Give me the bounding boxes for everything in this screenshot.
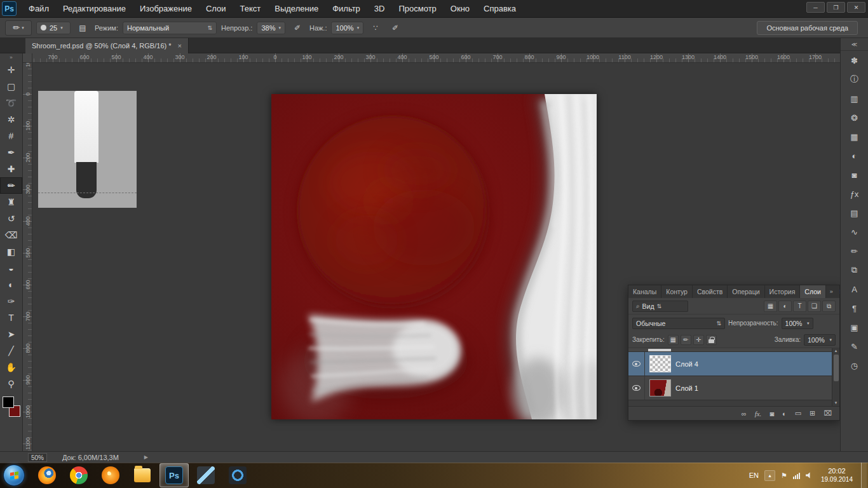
airbrush-button[interactable]: ∵ (368, 21, 383, 35)
eraser-tool[interactable]: ⌫ (0, 227, 22, 243)
history-brush-tool[interactable]: ↺ (0, 210, 22, 227)
delete-layer-icon[interactable]: ⌧ (824, 409, 832, 417)
foreground-color-swatch[interactable] (3, 396, 14, 408)
scroll-down-icon[interactable]: ▼ (834, 400, 838, 406)
layer-effects-icon[interactable]: fx. (755, 410, 762, 417)
quick-selection-tool[interactable]: ✲ (0, 111, 22, 128)
swatches-panel-icon[interactable]: ▦ (841, 127, 868, 146)
menu-item[interactable]: Текст (233, 0, 268, 17)
vertical-ruler[interactable] (23, 63, 32, 451)
show-desktop-button[interactable] (861, 463, 867, 488)
document-tab[interactable]: Shroom_red.psd @ 50% (Слой 4, RGB/16) * … (25, 38, 189, 53)
hand-tool[interactable]: ✋ (0, 359, 22, 376)
filter-adjustment-icon[interactable]: ◐ (778, 301, 792, 312)
layer-list-scrollbar[interactable]: ▲ ▼ (832, 348, 839, 406)
menu-item[interactable]: Просмотр (391, 0, 443, 17)
move-tool[interactable]: ✛ (0, 62, 22, 78)
layer-fill-select[interactable]: 100% ▾ (804, 334, 836, 346)
blend-mode-select[interactable]: Нормальный ⇅ (123, 22, 217, 34)
hidden-icons-button[interactable]: ▴ (764, 470, 775, 481)
action-center-icon[interactable]: ⚑ (781, 471, 787, 480)
flow-select[interactable]: 100% ▾ (331, 22, 363, 34)
notes-panel-icon[interactable]: ✎ (841, 337, 868, 356)
paragraph-panel-icon[interactable]: ¶ (841, 299, 868, 318)
toggle-brush-panel-button[interactable]: ▤ (75, 21, 90, 35)
restore-button[interactable]: ❐ (827, 2, 845, 13)
menu-item[interactable]: Справка (477, 0, 523, 17)
taskbar-clock[interactable]: 20:02 19.09.2014 (821, 467, 853, 484)
tab-channels[interactable]: Каналы (628, 285, 661, 298)
layer-opacity-select[interactable]: 100% ▾ (782, 318, 813, 329)
brush-panel-icon[interactable]: ✏ (841, 241, 868, 261)
timeline-panel-icon[interactable]: ◷ (841, 356, 868, 375)
close-tab-icon[interactable]: × (178, 42, 182, 50)
document-canvas[interactable] (271, 94, 597, 419)
network-icon[interactable] (793, 472, 800, 479)
new-group-icon[interactable]: ▭ (795, 409, 801, 417)
paths-panel-icon[interactable]: ∿ (841, 222, 868, 241)
volume-icon[interactable] (806, 472, 813, 478)
layer-visibility-toggle[interactable] (628, 376, 645, 400)
menu-item[interactable]: 3D (367, 0, 392, 17)
tab-history[interactable]: История (765, 285, 801, 298)
taskbar-explorer-icon[interactable] (128, 463, 157, 487)
menu-item[interactable]: Изображение (133, 0, 199, 17)
scrollbar-thumb[interactable] (834, 355, 839, 381)
new-adjustment-icon[interactable]: ◐ (782, 410, 787, 417)
clone-stamp-tool[interactable]: ♜ (0, 194, 22, 210)
styles-panel-icon[interactable]: ƒx (841, 184, 868, 203)
add-mask-icon[interactable]: ◙ (770, 410, 774, 417)
brush-size-picker[interactable]: 25 ▾ (36, 22, 71, 34)
filter-smart-object-icon[interactable]: ⧉ (822, 301, 836, 312)
path-selection-tool[interactable]: ➤ (0, 326, 22, 342)
blur-tool[interactable]: ◒ (0, 260, 22, 276)
color-panel-icon[interactable]: ✽ (841, 51, 868, 70)
tab-properties[interactable]: Свойств (693, 285, 728, 298)
taskbar-app-icon-2[interactable] (223, 463, 252, 487)
filter-pixel-icon[interactable]: ▦ (764, 301, 777, 312)
adjustments-panel-icon[interactable]: ◐ (841, 146, 868, 165)
menu-item[interactable]: Окно (444, 0, 477, 17)
lock-transparency-icon[interactable]: ▦ (668, 335, 679, 345)
horizontal-ruler[interactable] (23, 53, 840, 63)
healing-brush-tool[interactable]: ✚ (0, 161, 22, 177)
pressure-opacity-button[interactable]: ✐ (290, 21, 305, 35)
taskbar-app-icon-1[interactable] (191, 463, 220, 487)
pressure-size-button[interactable]: ✐ (388, 21, 403, 35)
brush-tool[interactable]: ✏ (0, 177, 22, 194)
lock-paint-icon[interactable]: ✏ (681, 335, 691, 345)
collapse-toolbar-icon[interactable]: » (10, 53, 12, 62)
lock-all-icon[interactable] (706, 335, 717, 345)
menu-item[interactable]: Фильтр (325, 0, 367, 17)
info-panel-icon[interactable]: ⓘ (841, 70, 868, 89)
layer-row-1[interactable]: Слой 1 (628, 376, 839, 400)
clone-source-panel-icon[interactable]: ⧉ (841, 261, 868, 280)
taskbar-browser-icon[interactable] (96, 463, 125, 487)
expand-dock-icon[interactable]: ≪ (841, 38, 868, 51)
lock-position-icon[interactable]: ✛ (693, 335, 704, 345)
channels-panel-icon[interactable]: ▤ (841, 203, 868, 222)
menu-item[interactable]: Редактирование (56, 0, 133, 17)
layer-row-4[interactable]: Слой 4 (628, 352, 839, 376)
taskbar-firefox-icon[interactable] (32, 463, 62, 487)
taskbar-photoshop-icon[interactable]: Ps (159, 463, 189, 487)
filter-shape-icon[interactable]: ❏ (808, 301, 821, 312)
opacity-select[interactable]: 38% ▾ (257, 22, 285, 34)
type-tool[interactable]: T (0, 309, 22, 326)
line-tool[interactable]: ╱ (0, 342, 22, 359)
tool-preset-picker[interactable]: ✏ ▾ (5, 20, 32, 36)
scroll-up-icon[interactable]: ▲ (834, 348, 838, 354)
crop-tool[interactable]: # (0, 128, 22, 144)
menu-item[interactable]: Выделение (268, 0, 325, 17)
navigator-panel-icon[interactable]: ❂ (841, 108, 868, 127)
menu-item[interactable]: Файл (22, 0, 56, 17)
link-layers-icon[interactable]: ∞ (742, 410, 747, 417)
tab-layers[interactable]: Слои (800, 285, 826, 298)
tab-overflow-icon[interactable]: » (827, 285, 836, 298)
layer-thumbnail[interactable] (649, 355, 671, 372)
layer-blend-mode-select[interactable]: Обычные ⇅ (632, 318, 725, 329)
pen-tool[interactable]: ✑ (0, 293, 22, 309)
new-layer-icon[interactable]: ⊞ (810, 409, 815, 417)
layer-row-partial[interactable] (628, 348, 839, 352)
layer-thumbnail[interactable] (649, 379, 671, 396)
